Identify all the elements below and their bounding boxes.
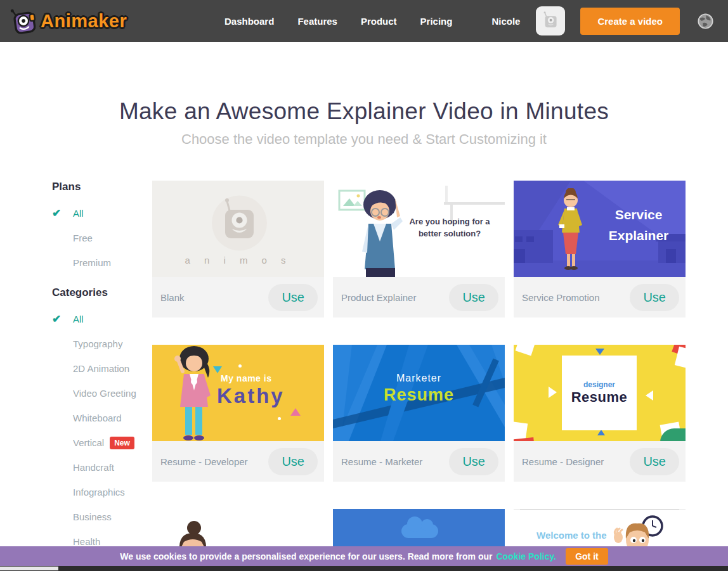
plan-item-premium[interactable]: Premium (52, 250, 152, 275)
card-footer: Service Promotion Use (514, 277, 686, 318)
white-dot-decoration (278, 417, 281, 420)
create-video-button[interactable]: Create a video (580, 8, 680, 35)
cookie-banner: We use cookies to provide a personalised… (0, 546, 728, 566)
kathy-woman-character (164, 345, 221, 441)
category-item-business[interactable]: Business (52, 504, 152, 529)
use-button[interactable]: Use (268, 284, 318, 311)
template-name: Resume - Designer (522, 456, 604, 467)
card-footer: Product Explainer Use (333, 277, 505, 318)
plan-item-free[interactable]: Free (52, 226, 152, 250)
pink-triangle-decoration (290, 408, 301, 416)
new-badge: New (110, 437, 134, 449)
use-button[interactable]: Use (268, 448, 318, 475)
check-icon: ✔ (52, 312, 73, 326)
hero-section: Make an Awesome Explainer Video in Minut… (0, 98, 728, 148)
speech-text: Are you hoping for a better solution? (402, 216, 497, 240)
welcome-text: Welcome to the (536, 530, 607, 541)
divider-line (520, 510, 679, 510)
cloud-icon (401, 524, 438, 538)
scrollbar-thumb[interactable] (0, 567, 58, 570)
categories-list: ✔ All Typography 2D Animation Video Gree… (52, 307, 152, 554)
presenter-woman-character (547, 188, 595, 271)
page-title: Make an Awesome Explainer Video in Minut… (0, 98, 728, 125)
kathy-intro-text: My name is (221, 373, 271, 383)
marketer-resume-text: Marketer Resume (333, 373, 505, 405)
card-footer: Resume - Developer Use (152, 441, 324, 482)
template-thumbnail[interactable]: Marketer Resume (333, 345, 505, 441)
plans-heading: Plans (52, 181, 152, 193)
card-footer: Blank Use (152, 277, 324, 318)
categories-heading: Categories (52, 286, 152, 299)
template-name: Resume - Developer (160, 456, 248, 467)
blue-triangle-decoration (595, 349, 604, 355)
template-card-resume-marketer: Marketer Resume Resume - Marketer Use (333, 345, 505, 482)
got-it-button[interactable]: Got it (566, 548, 608, 565)
nav-dashboard[interactable]: Dashboard (224, 16, 274, 27)
category-item-video-greeting[interactable]: Video Greeting (52, 381, 152, 406)
card-footer: Resume - Marketer Use (333, 441, 505, 482)
plans-list: ✔ All Free Premium (52, 201, 152, 275)
category-item-handcraft[interactable]: Handcraft (52, 455, 152, 480)
template-card-resume-designer: designer Resume Resume - Designer Use (514, 345, 686, 482)
nav-product[interactable]: Product (361, 16, 397, 27)
use-button[interactable]: Use (630, 448, 679, 475)
template-name: Blank (160, 292, 185, 303)
template-card-resume-developer: My name is Kathy Resume - Developer Use (152, 345, 324, 482)
category-item-all[interactable]: ✔ All (52, 307, 152, 331)
main-nav: Dashboard Features Product Pricing (224, 16, 452, 27)
animos-watermark-text: a n i m o s (185, 255, 291, 266)
service-explainer-text: Service Explainer (597, 205, 680, 246)
card-footer: Resume - Designer Use (514, 441, 686, 482)
white-square-decoration (516, 345, 536, 356)
white-dot-decoration (238, 364, 242, 368)
template-thumbnail[interactable]: Service Explainer (514, 181, 686, 277)
template-name: Resume - Marketer (341, 456, 422, 467)
user-avatar[interactable] (536, 6, 565, 35)
check-icon: ✔ (52, 207, 73, 220)
template-thumbnail[interactable]: designer Resume (514, 345, 686, 441)
cookie-policy-link[interactable]: Cookie Policy. (496, 551, 556, 561)
use-button[interactable]: Use (449, 284, 498, 311)
use-button[interactable]: Use (630, 284, 679, 311)
designer-resume-panel: designer Resume (562, 356, 637, 430)
template-thumbnail[interactable]: My name is Kathy (152, 345, 324, 441)
blue-triangle-decoration (597, 430, 605, 435)
brand-name: Animaker (41, 11, 127, 32)
content-area: Plans ✔ All Free Premium Categories ✔ (0, 181, 728, 571)
white-triangle-decoration (646, 390, 653, 401)
cookie-message: We use cookies to provide a personalised… (120, 551, 492, 561)
white-triangle-decoration (549, 387, 557, 398)
filter-sidebar: Plans ✔ All Free Premium Categories ✔ (52, 181, 152, 571)
plan-item-all[interactable]: ✔ All (52, 201, 152, 226)
template-thumbnail[interactable]: a n i m o s (152, 181, 324, 277)
nav-pricing[interactable]: Pricing (420, 16, 453, 27)
bottom-scrollbar[interactable] (0, 566, 728, 571)
template-name: Product Explainer (341, 292, 416, 303)
animaker-mascot-icon (7, 4, 40, 37)
use-button[interactable]: Use (449, 448, 498, 475)
category-item-vertical[interactable]: Vertical New (52, 430, 152, 455)
nav-features[interactable]: Features (297, 16, 337, 27)
avatar-robot-icon (539, 10, 562, 32)
animaker-templates-page: Animaker Dashboard Features Product Pric… (0, 0, 728, 571)
kathy-name-text: Kathy (217, 384, 285, 408)
template-card-product-explainer: Are you hoping for a better solution? Pr… (333, 181, 505, 318)
user-name[interactable]: Nicole (491, 16, 520, 27)
template-grid: a n i m o s Blank Use (152, 181, 686, 571)
animaker-logo[interactable]: Animaker (9, 6, 127, 35)
animos-watermark-robot-icon (208, 193, 269, 253)
template-card-blank: a n i m o s Blank Use (152, 181, 324, 318)
category-item-typography[interactable]: Typography (52, 331, 152, 356)
category-item-2d-animation[interactable]: 2D Animation (52, 356, 152, 381)
template-name: Service Promotion (522, 292, 600, 303)
template-thumbnail[interactable]: Are you hoping for a better solution? (333, 181, 505, 277)
page-subtitle: Choose the video template you need & Sta… (0, 131, 728, 148)
language-globe-icon[interactable] (697, 13, 714, 30)
template-card-service-promotion: Service Explainer Service Promotion Use (514, 181, 686, 318)
category-item-infographics[interactable]: Infographics (52, 480, 152, 504)
top-navbar: Animaker Dashboard Features Product Pric… (0, 0, 728, 42)
category-item-whiteboard[interactable]: Whiteboard (52, 406, 152, 430)
